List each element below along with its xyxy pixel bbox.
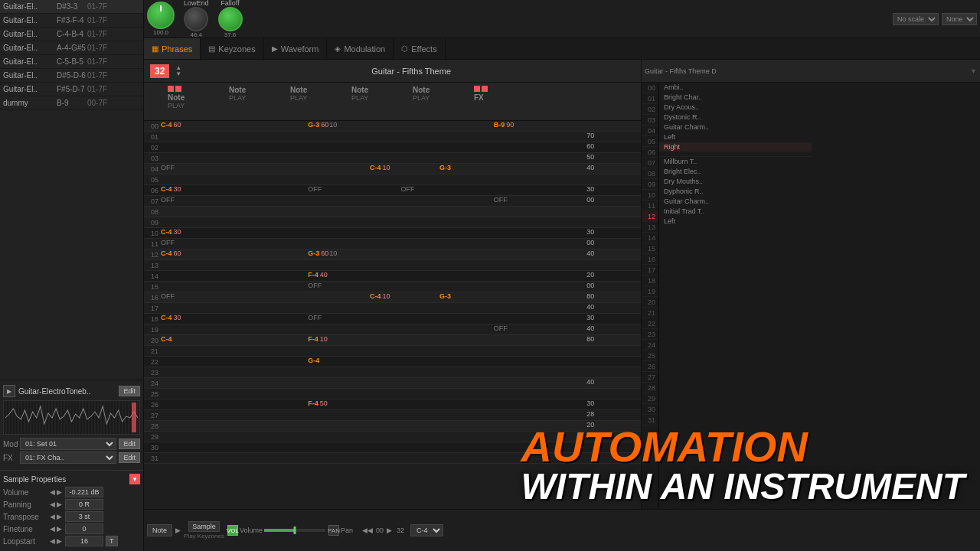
right-instrument-item[interactable]: Millburn T.. <box>659 157 812 167</box>
grid-row[interactable]: 18C-430OFF30· · · · · · · · · · · · · · … <box>144 314 641 324</box>
tab-keyzones[interactable]: ▤ Keyzones <box>201 38 263 59</box>
phrase-nav-down[interactable]: ▼ <box>175 71 181 77</box>
right-instrument-item[interactable]: Bright Char.. <box>659 93 812 103</box>
transpose-arrows[interactable]: ◀ ▶ <box>49 513 63 520</box>
panning-arrows[interactable]: ◀ ▶ <box>49 500 63 508</box>
falloff-knob[interactable] <box>218 7 243 31</box>
grid-row[interactable]: 1740· · · · · · · · · · · · · · · · · · … <box>144 303 641 314</box>
instrument-item[interactable]: Guitar-El.. C-5-B-5 01-7F <box>0 55 143 69</box>
tab-phrases[interactable]: ▦ Phrases <box>144 38 201 59</box>
volume-right-arrow[interactable]: ▶ <box>56 488 63 496</box>
grid-row[interactable]: 2728· · · · · · · · · · · · · · · · · · … <box>144 410 641 421</box>
grid-row[interactable]: 12C-460G-3601040· · · · · · · · · · · · … <box>144 249 641 260</box>
fx-edit-button[interactable]: Edit <box>119 452 140 463</box>
grid-row[interactable]: 0260· · · · · · · · · · · · · · · · · · … <box>144 142 641 153</box>
sample-button[interactable]: Sample <box>188 521 220 532</box>
grid-row[interactable]: 05· · · · · · · · · · · · · · · · · · · … <box>144 174 641 185</box>
scale-select[interactable]: No scale <box>893 13 939 25</box>
grid-row[interactable]: 22G-4· · · · · · · · · · · · · · · · · ·… <box>144 357 641 367</box>
grid-row[interactable]: 15OFF00· · · · · · · · · · · · · · · · ·… <box>144 282 641 292</box>
note-select[interactable]: C-4 <box>410 524 443 536</box>
play-button[interactable]: ▶ <box>3 385 15 397</box>
fx-select[interactable]: 01: FX Cha.. <box>20 452 116 464</box>
grid-row[interactable]: 19OFF40· · · · · · · · · · · · · · · · ·… <box>144 324 641 335</box>
grid-row[interactable]: 10C-43030· · · · · · · · · · · · · · · ·… <box>144 228 641 239</box>
finetune-arrows[interactable]: ◀ ▶ <box>49 525 63 533</box>
volume-arrows[interactable]: ◀ ▶ <box>49 488 63 496</box>
right-instrument-item[interactable]: Dystonic R.. <box>659 112 812 122</box>
grid-row[interactable]: 14F-44020· · · · · · · · · · · · · · · ·… <box>144 271 641 282</box>
volume-slider[interactable] <box>264 529 325 532</box>
player-edit-button[interactable]: Edit <box>119 386 140 396</box>
phrase-nav[interactable]: ▲ ▼ <box>175 65 181 77</box>
volume-knob[interactable] <box>147 2 175 29</box>
transpose-left-arrow[interactable]: ◀ <box>49 513 56 520</box>
t-button[interactable]: T <box>106 536 118 546</box>
grid-row[interactable]: 23· · · · · · · · · · · · · · · · · · · … <box>144 367 641 378</box>
right-instrument-item[interactable]: Guitar Charm.. <box>659 122 812 132</box>
right-instrument-item[interactable]: Dry Mouths.. <box>659 177 812 187</box>
right-panel-close[interactable]: ▼ <box>970 67 977 75</box>
instrument-item[interactable]: Guitar-El.. D#5-D-6 01-7F <box>0 69 143 83</box>
right-instrument-item[interactable]: Left <box>659 132 812 142</box>
loopstart-left-arrow[interactable]: ◀ <box>49 537 56 545</box>
instrument-item[interactable]: Guitar-El.. C-4-B-4 01-7F <box>0 28 143 41</box>
grid-row[interactable]: 0350· · · · · · · · · · · · · · · · · · … <box>144 153 641 164</box>
grid-row[interactable]: 11OFF00· · · · · · · · · · · · · · · · ·… <box>144 239 641 249</box>
instrument-item[interactable]: Guitar-El.. F#5-D-7 01-7F <box>0 83 143 96</box>
grid-row[interactable]: 25· · · · · · · · · · · · · · · · · · · … <box>144 389 641 399</box>
panning-right-arrow[interactable]: ▶ <box>56 500 63 508</box>
grid-row[interactable]: 06C-430OFFOFF30· · · · · · · · · · · · ·… <box>144 185 641 196</box>
tab-waveform[interactable]: ▶ Waveform <box>264 38 328 59</box>
grid-row[interactable]: 08· · · · · · · · · · · · · · · · · · · … <box>144 207 641 217</box>
mod-edit-button[interactable]: Edit <box>119 439 140 449</box>
grid-row[interactable]: 2918· · · · · · · · · · · · · · · · · · … <box>144 432 641 442</box>
grid-row[interactable]: 13· · · · · · · · · · · · · · · · · · · … <box>144 260 641 271</box>
instrument-item[interactable]: Guitar-El.. D#3-3 01-7F <box>0 0 143 14</box>
grid-row[interactable]: 31· · · · · · · · · · · · · · · · · · · … <box>144 453 641 464</box>
key-select[interactable]: None <box>942 13 977 25</box>
volume-handle[interactable] <box>293 527 296 534</box>
grid-row[interactable]: 16OFFC-410G-380· · · · · · · · · · · · ·… <box>144 292 641 303</box>
lowend-knob[interactable] <box>184 7 208 31</box>
grid-row[interactable]: 30· · · · · · · · · · · · · · · · · · · … <box>144 442 641 453</box>
finetune-left-arrow[interactable]: ◀ <box>49 525 56 533</box>
grid-row[interactable]: 09· · · · · · · · · · · · · · · · · · · … <box>144 217 641 228</box>
right-panel-title: Guitar - Fifths Theme D <box>645 67 970 75</box>
loopstart-right-arrow[interactable]: ▶ <box>56 537 63 545</box>
instrument-item[interactable]: Guitar-El.. A-4-G#5 01-7F <box>0 41 143 55</box>
grid-row[interactable]: 04OFFC-410G-340· · · · · · · · · · · · ·… <box>144 164 641 174</box>
expand-button[interactable]: ▼ <box>129 474 140 484</box>
loopstart-arrows[interactable]: ◀ ▶ <box>49 537 63 545</box>
grid-row[interactable]: 00C-460G-36010B-990· · · · · · · · · · ·… <box>144 121 641 132</box>
instrument-item[interactable]: dummy B-9 00-7F <box>0 96 143 110</box>
grid-row[interactable]: 21· · · · · · · · · · · · · · · · · · · … <box>144 346 641 357</box>
note-grid[interactable]: 00C-460G-36010B-990· · · · · · · · · · ·… <box>144 121 641 509</box>
right-instrument-item[interactable]: Bright Elec.. <box>659 167 812 177</box>
instrument-item[interactable]: Guitar-El.. F#3-F-4 01-7F <box>0 14 143 28</box>
right-instrument-item[interactable]: Guitar Charm.. <box>659 197 812 207</box>
right-instrument-item[interactable]: Ambi.. <box>659 83 812 93</box>
right-instrument-item[interactable]: Left <box>659 217 812 227</box>
right-instrument-item[interactable]: Right <box>659 142 812 152</box>
play-icon[interactable]: ▶ <box>175 527 181 534</box>
grid-row[interactable]: 20C-4F-41080· · · · · · · · · · · · · · … <box>144 335 641 346</box>
mod-select[interactable]: 01: Set 01 <box>20 438 116 450</box>
finetune-right-arrow[interactable]: ▶ <box>56 525 63 533</box>
transpose-right-arrow[interactable]: ▶ <box>56 513 63 520</box>
grid-row[interactable]: 07OFFOFF00· · · · · · · · · · · · · · · … <box>144 196 641 207</box>
tab-modulation[interactable]: ◈ Modulation <box>327 38 394 59</box>
grid-row[interactable]: 0170· · · · · · · · · · · · · · · · · · … <box>144 132 641 142</box>
right-instrument-item[interactable]: Initial Trad T.. <box>659 207 812 217</box>
panning-left-arrow[interactable]: ◀ <box>49 500 56 508</box>
right-instrument-item[interactable]: Dyphonic R.. <box>659 187 812 197</box>
grid-row[interactable]: 26F-45030· · · · · · · · · · · · · · · ·… <box>144 399 641 410</box>
tab-effects[interactable]: ⬡ Effects <box>394 38 445 59</box>
grid-row[interactable]: 2440· · · · · · · · · · · · · · · · · · … <box>144 378 641 389</box>
grid-row[interactable]: 2820· · · · · · · · · · · · · · · · · · … <box>144 421 641 432</box>
note-button[interactable]: Note <box>147 524 172 536</box>
transport-prev[interactable]: ◀◀ <box>362 527 373 534</box>
right-instrument-item[interactable]: Dry Acous.. <box>659 103 812 112</box>
transport-next[interactable]: ▶ <box>387 527 392 534</box>
volume-left-arrow[interactable]: ◀ <box>49 488 56 496</box>
